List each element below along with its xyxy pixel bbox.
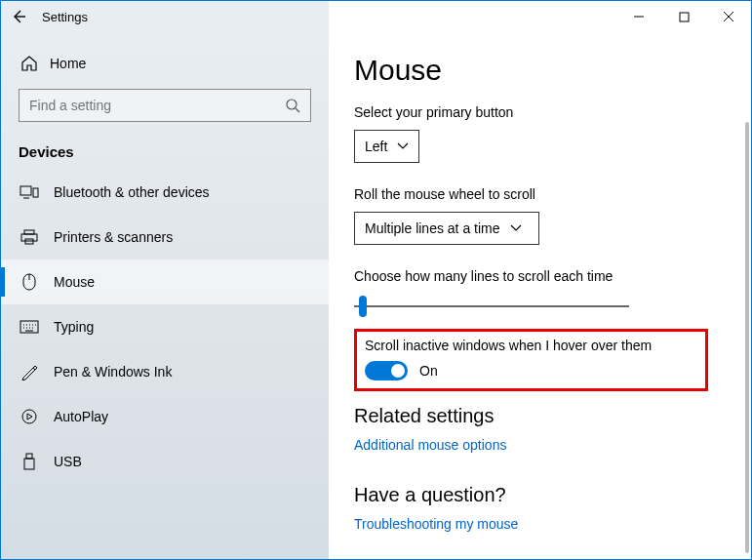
primary-button-value: Left xyxy=(365,139,387,154)
home-icon xyxy=(19,55,40,72)
close-button[interactable] xyxy=(706,1,751,32)
arrow-left-icon xyxy=(11,9,26,24)
svg-point-1 xyxy=(287,100,297,109)
sidebar-item-printers[interactable]: Printers & scanners xyxy=(1,215,329,260)
svg-rect-10 xyxy=(26,454,32,459)
additional-mouse-options-link[interactable]: Additional mouse options xyxy=(354,437,726,453)
titlebar: Settings xyxy=(1,1,751,32)
lines-label: Choose how many lines to scroll each tim… xyxy=(354,268,726,284)
pen-icon xyxy=(19,363,40,380)
keyboard-icon xyxy=(19,320,40,334)
sidebar-item-label: AutoPlay xyxy=(40,409,108,424)
svg-rect-0 xyxy=(680,13,689,21)
search-input-wrap[interactable] xyxy=(19,89,311,122)
mouse-icon xyxy=(19,273,40,291)
sidebar-item-usb[interactable]: USB xyxy=(1,439,329,484)
highlight-annotation: Scroll inactive windows when I hover ove… xyxy=(354,329,708,391)
primary-button-select[interactable]: Left xyxy=(354,130,419,163)
autoplay-icon xyxy=(19,408,40,425)
sidebar-item-label: Pen & Windows Ink xyxy=(40,364,172,380)
roll-select[interactable]: Multiple lines at a time xyxy=(354,212,539,245)
slider-track xyxy=(354,305,629,307)
content-scrollbar[interactable] xyxy=(745,122,749,553)
content-area: Mouse Select your primary button Left Ro… xyxy=(329,32,751,559)
sidebar-item-label: Printers & scanners xyxy=(40,229,173,245)
question-header: Have a question? xyxy=(354,484,726,506)
scroll-inactive-state: On xyxy=(419,363,438,379)
home-label: Home xyxy=(40,56,86,71)
svg-rect-3 xyxy=(33,188,38,197)
search-input[interactable] xyxy=(29,98,285,113)
chevron-down-icon xyxy=(397,142,409,150)
lines-slider[interactable] xyxy=(354,294,629,317)
sidebar-item-pen[interactable]: Pen & Windows Ink xyxy=(1,349,329,394)
sidebar-item-label: USB xyxy=(40,454,82,469)
close-icon xyxy=(723,11,734,22)
maximize-button[interactable] xyxy=(661,1,706,32)
sidebar-item-typing[interactable]: Typing xyxy=(1,304,329,349)
sidebar-item-label: Mouse xyxy=(40,274,95,290)
page-title: Mouse xyxy=(354,54,726,87)
sidebar: Home Devices Bluetooth & other devices xyxy=(1,32,329,559)
home-nav[interactable]: Home xyxy=(1,44,329,83)
minimize-icon xyxy=(633,11,645,22)
slider-thumb[interactable] xyxy=(359,296,367,317)
sidebar-item-mouse[interactable]: Mouse xyxy=(1,260,329,304)
window-title: Settings xyxy=(36,10,88,24)
roll-value: Multiple lines at a time xyxy=(365,220,500,236)
back-button[interactable] xyxy=(1,1,36,32)
svg-rect-5 xyxy=(21,234,37,241)
search-icon xyxy=(285,98,300,113)
nav-list: Bluetooth & other devices Printers & sca… xyxy=(1,170,329,484)
svg-rect-11 xyxy=(24,459,34,469)
sidebar-item-autoplay[interactable]: AutoPlay xyxy=(1,394,329,439)
devices-icon xyxy=(19,184,40,200)
printer-icon xyxy=(19,229,40,245)
sidebar-item-label: Typing xyxy=(40,319,94,335)
related-settings-header: Related settings xyxy=(354,405,726,427)
sidebar-item-bluetooth[interactable]: Bluetooth & other devices xyxy=(1,170,329,215)
category-header: Devices xyxy=(1,132,329,170)
scroll-inactive-toggle[interactable] xyxy=(365,361,408,380)
svg-rect-2 xyxy=(20,186,31,195)
maximize-icon xyxy=(679,12,690,22)
minimize-button[interactable] xyxy=(616,1,661,32)
svg-point-9 xyxy=(22,410,36,423)
scroll-inactive-label: Scroll inactive windows when I hover ove… xyxy=(365,338,695,353)
sidebar-item-label: Bluetooth & other devices xyxy=(40,184,210,200)
svg-rect-4 xyxy=(24,230,34,234)
primary-button-label: Select your primary button xyxy=(354,104,726,120)
chevron-down-icon xyxy=(510,224,522,232)
roll-label: Roll the mouse wheel to scroll xyxy=(354,186,726,202)
usb-icon xyxy=(19,453,40,470)
troubleshoot-link[interactable]: Troubleshooting my mouse xyxy=(354,516,726,532)
